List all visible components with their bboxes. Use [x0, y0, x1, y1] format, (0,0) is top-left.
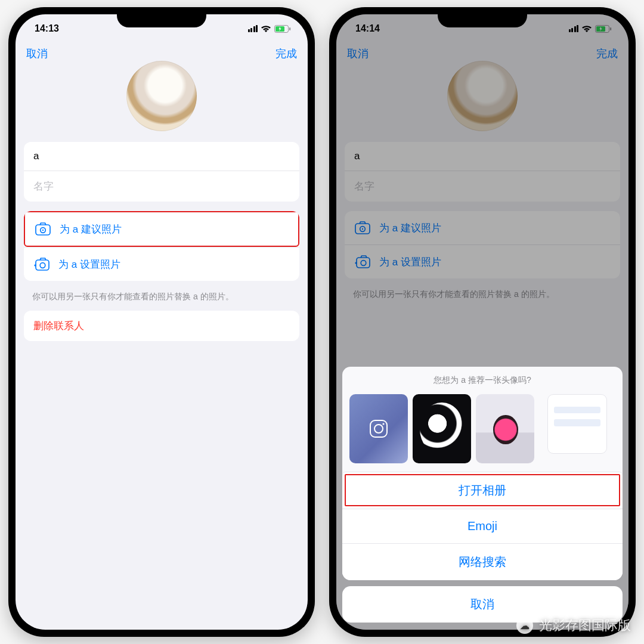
phone-left: 14:13 取消 完成 a 名字: [8, 7, 315, 637]
delete-card: 删除联系人: [24, 311, 299, 341]
svg-rect-2: [289, 27, 290, 30]
svg-rect-6: [36, 260, 49, 270]
suggest-icon: [35, 221, 51, 237]
svg-point-17: [374, 425, 383, 433]
last-name-field[interactable]: a: [24, 142, 299, 171]
watermark: ☁ 光影存图国际版: [516, 617, 631, 634]
action-sheet: 您想为 a 推荐一张头像吗? 打开相册 Emoji: [342, 367, 623, 623]
hint-text: 你可以用另一张只有你才能查看的照片替换 a 的照片。: [16, 290, 308, 311]
open-album-button[interactable]: 打开相册: [342, 472, 623, 509]
first-name-placeholder: 名字: [33, 179, 54, 193]
thumb-photo-3[interactable]: [547, 394, 607, 454]
status-time: 14:13: [35, 23, 59, 34]
avatar[interactable]: [126, 61, 197, 131]
last-name-value: a: [33, 150, 39, 162]
screen-right: 14:14 取消 完成 a 名字: [336, 14, 628, 630]
screen-left: 14:13 取消 完成 a 名字: [16, 14, 308, 630]
web-search-button[interactable]: 网络搜索: [342, 543, 623, 580]
suggestion-thumbs: [342, 392, 623, 472]
emoji-label: Emoji: [467, 519, 497, 532]
set-photo-label: 为 a 设置照片: [58, 258, 120, 271]
set-photo-row[interactable]: 为 a 设置照片: [24, 247, 299, 281]
sheet-panel: 您想为 a 推荐一张头像吗? 打开相册 Emoji: [342, 367, 623, 580]
thumb-photo-1[interactable]: [413, 394, 471, 463]
svg-point-7: [40, 263, 45, 268]
svg-point-5: [42, 230, 44, 231]
wechat-icon: ☁: [516, 617, 533, 634]
cancel-button[interactable]: 取消: [26, 47, 48, 61]
sheet-cancel-label: 取消: [470, 597, 494, 611]
thumb-instagram[interactable]: [349, 394, 408, 463]
first-name-field[interactable]: 名字: [24, 171, 299, 202]
signal-icon: [248, 25, 258, 32]
name-card: a 名字: [24, 142, 299, 202]
suggest-photo-label: 为 a 建议照片: [60, 222, 122, 236]
sheet-title: 您想为 a 推荐一张头像吗?: [342, 367, 623, 392]
battery-icon: [274, 25, 291, 33]
svg-rect-16: [370, 420, 387, 437]
status-indicators: [248, 25, 292, 33]
suggest-photo-row[interactable]: 为 a 建议照片: [24, 211, 299, 247]
wifi-icon: [261, 25, 271, 32]
status-bar: 14:13: [16, 14, 308, 43]
emoji-button[interactable]: Emoji: [342, 509, 623, 543]
svg-point-18: [382, 423, 384, 425]
thumb-photo-2[interactable]: [476, 394, 534, 463]
open-album-label: 打开相册: [459, 484, 506, 497]
instagram-icon: [369, 419, 389, 439]
nav-bar: 取消 完成: [16, 43, 308, 61]
web-search-label: 网络搜索: [459, 555, 506, 568]
done-button[interactable]: 完成: [275, 47, 297, 61]
watermark-text: 光影存图国际版: [539, 617, 631, 634]
actions-card: 为 a 建议照片 为 a 设置照片: [24, 211, 299, 281]
delete-contact-row[interactable]: 删除联系人: [24, 311, 299, 341]
phone-right: 14:14 取消 完成 a 名字: [329, 7, 636, 637]
set-photo-icon: [33, 256, 50, 273]
delete-contact-label: 删除联系人: [33, 319, 84, 333]
